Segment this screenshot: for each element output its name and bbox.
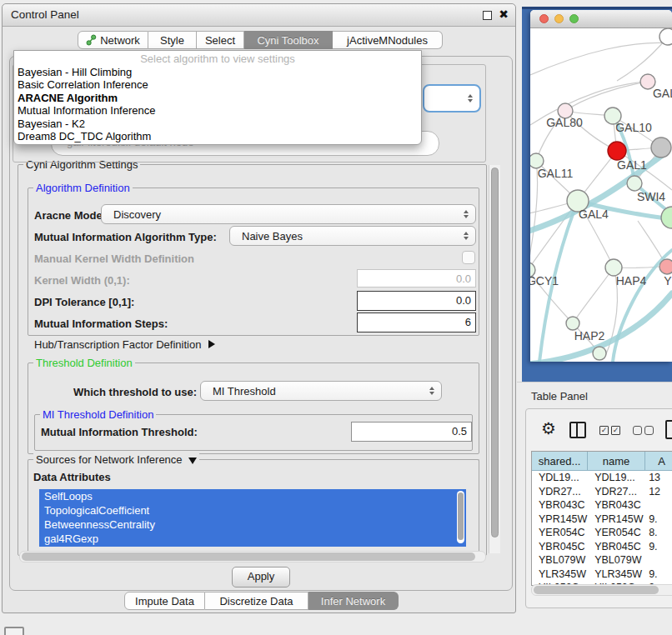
column-header-shared[interactable]: shared... <box>532 452 588 471</box>
network-node[interactable] <box>661 207 672 228</box>
sources-toggle[interactable]: Sources for Network Inference <box>33 453 199 466</box>
table-cell <box>645 553 672 568</box>
gear-icon[interactable]: ⚙ <box>541 418 556 438</box>
data-attributes-list[interactable]: SelfLoopsTopologicalCoefficientBetweenne… <box>39 489 466 547</box>
algorithm-option[interactable]: Bayesian - Hill Climbing <box>14 66 421 78</box>
column-header-name[interactable]: name <box>588 452 645 471</box>
table-row[interactable]: YLR345WYLR345W9. <box>532 568 672 582</box>
attribute-option[interactable]: BetweennessCentrality <box>39 518 466 532</box>
node-label: GAL <box>653 87 672 100</box>
attribute-option[interactable]: SelfLoops <box>39 489 466 503</box>
tab-discretize-data[interactable]: Discretize Data <box>205 592 308 610</box>
columns-icon[interactable] <box>569 422 586 438</box>
network-node-hap2[interactable] <box>566 317 579 330</box>
algorithm-dropdown-list: Select algorithm to view settingsBayesia… <box>13 50 422 145</box>
hub-definition-toggle[interactable]: Hub/Transcription Factor Definition <box>34 338 215 351</box>
algorithm-select-fragment[interactable] <box>423 84 481 112</box>
mi-type-select[interactable]: Naive Bayes <box>229 226 476 246</box>
table-cell: YBR045C <box>588 540 645 554</box>
network-node[interactable] <box>651 138 671 158</box>
network-edge <box>573 268 614 323</box>
table-row[interactable]: YER054CYER054C8. <box>532 526 672 540</box>
table-cell: 8. <box>645 526 672 540</box>
dpi-tolerance-field[interactable]: 0.0 <box>357 291 476 311</box>
tab-jactivemnodules[interactable]: jActiveMNodules <box>333 31 443 49</box>
kernel-width-field[interactable]: 0.0 <box>357 269 476 288</box>
deselect-all-icon[interactable] <box>633 426 642 435</box>
algorithm-option[interactable]: ARACNE Algorithm <box>14 92 421 104</box>
tab-impute-data[interactable]: Impute Data <box>124 592 205 610</box>
table-row[interactable]: YBR045CYBR045C9. <box>532 540 672 554</box>
table-row[interactable]: YPR145WYPR145W9. <box>532 512 672 527</box>
threshold-definition-title: Threshold Definition <box>33 357 135 369</box>
tab-cyni-toolbox[interactable]: Cyni Toolbox <box>244 31 333 49</box>
close-traffic-light[interactable] <box>539 14 549 23</box>
tab-network[interactable]: Network <box>78 31 148 49</box>
table-row[interactable]: YBR043CYBR043C <box>532 498 672 512</box>
mi-steps-field[interactable]: 6 <box>357 312 476 332</box>
document-icon[interactable] <box>665 420 672 439</box>
algorithm-option[interactable]: Basic Correlation Inference <box>14 78 421 91</box>
network-canvas[interactable]: GALGAL80GAL10GAL1GAL11SWI4GAL4GCY1HAP4YH… <box>530 28 672 362</box>
table-cell: YDR27... <box>532 485 588 499</box>
node-label: GAL80 <box>546 116 583 129</box>
table-toolbar: ⚙ ✓ ✓ <box>526 409 672 449</box>
node-label: HAP2 <box>574 329 605 342</box>
settings-horizontal-scrollbar[interactable] <box>19 551 486 562</box>
table-row[interactable]: YBL079WYBL079W <box>532 553 672 568</box>
mi-threshold-field[interactable]: 0.5 <box>351 422 472 442</box>
attribute-option[interactable]: gal4RGexp <box>39 532 466 546</box>
screen: Control Panel ✖ NetworkStyleSelectCyni T… <box>0 0 672 635</box>
table-cell: YBR045C <box>532 540 588 554</box>
tab-infer-network[interactable]: Infer Network <box>308 592 399 610</box>
settings-vertical-scrollbar[interactable] <box>489 165 500 553</box>
zoom-traffic-light[interactable] <box>569 14 579 23</box>
close-icon[interactable]: ✖ <box>499 8 509 21</box>
minimize-traffic-light[interactable] <box>554 14 564 23</box>
tab-style[interactable]: Style <box>148 31 197 49</box>
network-edge <box>565 82 648 111</box>
network-node-y[interactable] <box>659 259 672 274</box>
table-cell: YPR145W <box>532 512 588 527</box>
table-cell: YLR345W <box>532 568 588 582</box>
control-panel-tabs: NetworkStyleSelectCyni ToolboxjActiveMNo… <box>78 31 443 49</box>
column-header-a[interactable]: A <box>645 452 672 471</box>
mi-type-label: Mutual Information Algorithm Type: <box>34 231 217 243</box>
apply-button[interactable]: Apply <box>232 567 290 588</box>
cyni-mode-tabs: Impute DataDiscretize DataInfer Network <box>124 592 399 610</box>
manual-kernel-checkbox[interactable] <box>462 251 475 264</box>
algorithm-option[interactable]: Bayesian - K2 <box>14 118 421 130</box>
attribute-option[interactable]: TopologicalCoefficient <box>39 503 466 518</box>
network-node-swi4[interactable] <box>627 176 642 191</box>
select-all-icon[interactable]: ✓ <box>611 426 620 435</box>
list-scrollbar[interactable] <box>457 491 464 543</box>
table-row[interactable]: YDL19...YDL19...13 <box>532 471 672 485</box>
table-row[interactable]: YDR27...YDR27...12 <box>532 485 672 499</box>
network-node[interactable] <box>659 28 672 45</box>
dpi-tolerance-label: DPI Tolerance [0,1]: <box>34 296 134 308</box>
aracne-mode-select[interactable]: Discovery <box>101 204 476 224</box>
table-cell: 12 <box>645 485 672 499</box>
select-all-icon[interactable]: ✓ <box>599 426 609 435</box>
kernel-width-label: Kernel Width (0,1): <box>34 274 130 287</box>
network-node[interactable] <box>593 347 606 360</box>
algorithm-option[interactable]: Mutual Information Inference <box>14 104 421 117</box>
collapsed-arrow-icon <box>208 340 215 348</box>
node-attribute-table: shared...nameAYDL19...YDL19...13YDR27...… <box>531 451 672 586</box>
table-horizontal-scrollbar[interactable] <box>531 584 672 596</box>
minimized-panel-icon[interactable] <box>4 627 24 635</box>
algorithm-option[interactable]: Dream8 DC_TDC Algorithm <box>14 130 421 142</box>
node-label: Y <box>664 274 672 288</box>
network-node-hap4[interactable] <box>605 259 622 276</box>
table-cell <box>645 498 672 512</box>
table-cell: YDL19... <box>588 471 645 485</box>
deselect-all-icon[interactable] <box>644 426 654 435</box>
float-window-icon[interactable] <box>483 11 492 20</box>
tab-select[interactable]: Select <box>197 31 244 49</box>
which-threshold-label: Which threshold to use: <box>73 386 197 398</box>
expanded-arrow-icon <box>188 458 197 464</box>
stepper-icon <box>429 387 434 395</box>
which-threshold-select[interactable]: MI Threshold <box>200 381 442 401</box>
network-node-gal1[interactable] <box>608 142 626 160</box>
aracne-mode-label: Aracne Mode: <box>34 209 106 222</box>
